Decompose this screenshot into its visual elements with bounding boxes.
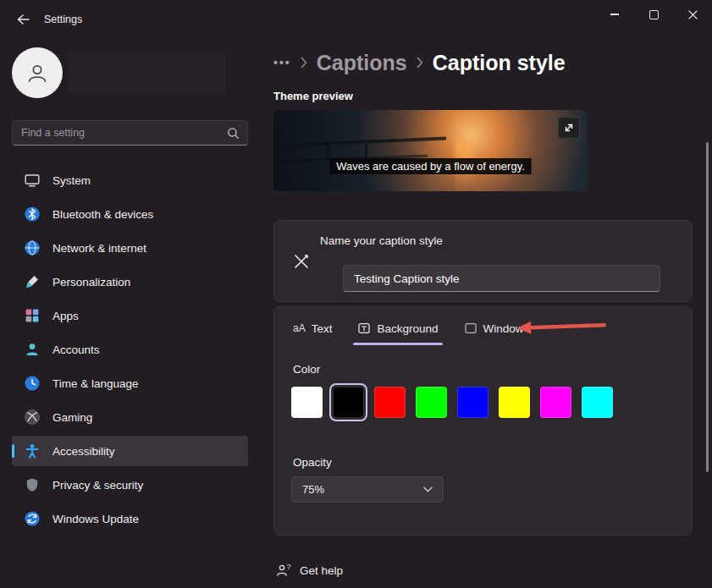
window-tab-icon xyxy=(464,321,477,335)
vertical-scrollbar[interactable] xyxy=(706,142,709,472)
minimize-button[interactable] xyxy=(595,0,634,29)
expand-preview-button[interactable] xyxy=(558,117,580,139)
opacity-dropdown[interactable]: 75% xyxy=(291,476,444,503)
color-swatch-blue[interactable] xyxy=(457,387,488,418)
breadcrumb-overflow-button[interactable]: ••• xyxy=(273,56,291,69)
user-avatar[interactable] xyxy=(12,47,63,98)
caption-name-card: Name your caption style xyxy=(273,220,693,302)
back-button[interactable] xyxy=(8,7,37,32)
color-swatch-cyan[interactable] xyxy=(582,387,613,418)
sidebar-item-personalization[interactable]: Personalization xyxy=(12,267,248,297)
privacy-icon xyxy=(24,476,41,493)
preview-caption-text: Waves are caused by a flow of energy. xyxy=(329,158,532,174)
preview-post xyxy=(365,144,367,157)
get-help-link[interactable]: ? Get help xyxy=(275,562,343,579)
preview-post xyxy=(292,142,295,156)
expand-icon xyxy=(563,122,575,134)
breadcrumb-chevron-icon xyxy=(301,57,307,69)
sidebar-item-label: Apps xyxy=(52,310,79,322)
sidebar-item-bluetooth[interactable]: Bluetooth & devices xyxy=(12,199,248,229)
color-section-label: Color xyxy=(293,363,320,376)
tab-label: Background xyxy=(377,322,438,335)
opacity-value: 75% xyxy=(302,483,324,496)
text-tab-icon: aA xyxy=(293,322,306,334)
sidebar-item-label: Accounts xyxy=(52,343,100,356)
sidebar-item-accessibility[interactable]: Accessibility xyxy=(12,436,248,466)
personalization-icon xyxy=(24,273,41,290)
color-swatch-yellow[interactable] xyxy=(499,387,530,418)
search-icon xyxy=(227,127,240,140)
system-icon xyxy=(24,172,41,189)
sidebar-item-apps[interactable]: Apps xyxy=(12,300,248,331)
selected-item-indicator xyxy=(12,444,14,458)
time-language-icon xyxy=(24,375,41,392)
sidebar-item-label: Personalization xyxy=(52,276,130,289)
sidebar-item-label: Accessibility xyxy=(52,445,115,458)
window-title: Settings xyxy=(44,14,82,25)
search-input[interactable] xyxy=(13,127,227,139)
sidebar-item-windows-update[interactable]: Windows Update xyxy=(12,503,248,534)
user-info-placeholder xyxy=(68,51,225,93)
background-tab-icon xyxy=(357,321,371,335)
caption-name-label: Name your caption style xyxy=(320,234,443,247)
tab-background[interactable]: Background xyxy=(350,314,444,347)
color-swatch-black[interactable] xyxy=(333,387,364,418)
sidebar-nav: System Bluetooth & devices Network & int… xyxy=(12,165,248,537)
sidebar-item-label: Network & internet xyxy=(52,242,146,255)
opacity-section-label: Opacity xyxy=(293,456,332,469)
sidebar-item-accounts[interactable]: Accounts xyxy=(12,334,248,365)
caption-style-editor-card: aA Text Background Window Color Opacity … xyxy=(273,306,693,536)
preview-post xyxy=(327,143,329,157)
sidebar-item-label: Privacy & security xyxy=(52,479,143,492)
color-swatches xyxy=(291,387,613,418)
maximize-icon xyxy=(649,10,659,19)
color-swatch-green[interactable] xyxy=(416,387,447,418)
accounts-icon xyxy=(24,341,41,358)
tab-text[interactable]: aA Text xyxy=(286,314,339,347)
get-help-label: Get help xyxy=(300,564,343,577)
accessibility-icon xyxy=(24,442,41,459)
apps-icon xyxy=(24,307,41,324)
close-icon xyxy=(688,10,698,19)
user-avatar-icon xyxy=(25,61,49,85)
caption-name-input[interactable] xyxy=(343,265,660,292)
bluetooth-icon xyxy=(24,206,41,223)
style-tabs: aA Text Background Window xyxy=(286,314,531,347)
sidebar-item-label: Windows Update xyxy=(52,513,139,525)
svg-text:?: ? xyxy=(286,563,290,571)
get-help-icon: ? xyxy=(275,562,292,579)
chevron-down-icon xyxy=(423,486,433,492)
window-controls xyxy=(595,0,712,29)
sidebar-item-label: System xyxy=(52,174,91,187)
selected-tab-indicator xyxy=(353,343,442,345)
maximize-button[interactable] xyxy=(634,0,673,29)
gaming-icon xyxy=(24,409,41,426)
annotation-arrow-icon xyxy=(517,317,608,336)
sidebar-item-time-language[interactable]: Time & language xyxy=(12,368,248,398)
breadcrumb-item-captions[interactable]: Captions xyxy=(317,51,407,75)
sidebar-item-network[interactable]: Network & internet xyxy=(12,233,248,263)
back-icon xyxy=(17,14,30,25)
color-swatch-red[interactable] xyxy=(374,387,406,418)
sidebar-item-label: Time & language xyxy=(52,377,139,390)
color-swatch-white[interactable] xyxy=(291,387,323,418)
color-swatch-magenta[interactable] xyxy=(540,387,571,418)
close-button[interactable] xyxy=(673,0,712,29)
sidebar-item-gaming[interactable]: Gaming xyxy=(12,402,248,432)
theme-preview-label: Theme preview xyxy=(273,90,353,102)
sidebar-item-privacy[interactable]: Privacy & security xyxy=(12,470,248,500)
sidebar-item-system[interactable]: System xyxy=(12,165,248,195)
breadcrumb-chevron-icon xyxy=(417,57,423,69)
theme-preview-image: Waves are caused by a flow of energy. xyxy=(273,110,588,191)
breadcrumb: ••• Captions Caption style xyxy=(273,46,566,80)
caption-style-icon xyxy=(291,251,312,272)
tab-label: Text xyxy=(312,322,333,335)
sidebar-item-label: Bluetooth & devices xyxy=(52,208,153,221)
sidebar-item-label: Gaming xyxy=(52,411,92,424)
windows-update-icon xyxy=(24,510,41,527)
page-title: Caption style xyxy=(433,51,566,75)
minimize-icon xyxy=(610,14,619,15)
settings-search xyxy=(12,120,248,146)
network-icon xyxy=(24,239,41,256)
